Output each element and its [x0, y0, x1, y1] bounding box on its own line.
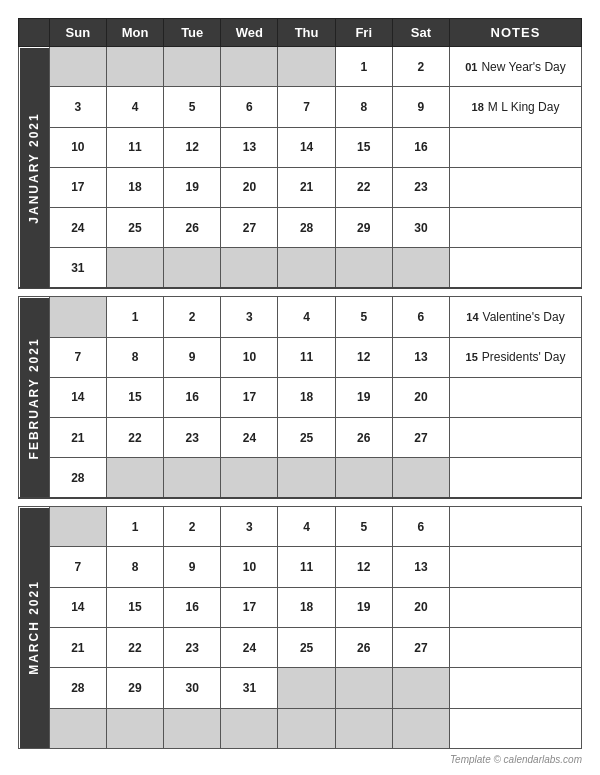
day-cell: 22	[106, 418, 163, 458]
day-cell: 28	[49, 458, 106, 498]
day-cell: 14	[278, 127, 335, 167]
day-cell: 27	[392, 418, 449, 458]
day-cell: 11	[278, 337, 335, 377]
day-cell	[335, 668, 392, 708]
day-cell	[392, 668, 449, 708]
day-cell: 20	[392, 377, 449, 417]
day-cell: 7	[49, 337, 106, 377]
day-cell: 2	[164, 507, 221, 547]
day-cell: 28	[49, 668, 106, 708]
day-cell: 23	[164, 418, 221, 458]
day-cell: 19	[335, 587, 392, 627]
day-cell: 6	[221, 87, 278, 127]
day-cell: 2	[164, 297, 221, 337]
day-cell: 3	[221, 297, 278, 337]
note-text: Valentine's Day	[483, 310, 565, 324]
day-cell: 12	[335, 547, 392, 587]
table-row: 28293031	[19, 668, 582, 708]
note-text: Presidents' Day	[482, 350, 566, 364]
day-cell: 8	[335, 87, 392, 127]
day-cell: 13	[392, 337, 449, 377]
table-row: 17181920212223	[19, 167, 582, 207]
day-cell	[49, 297, 106, 337]
table-row: 14151617181920	[19, 587, 582, 627]
header-thu: Thu	[278, 19, 335, 47]
header-tue: Tue	[164, 19, 221, 47]
day-cell: 21	[49, 418, 106, 458]
day-cell	[164, 458, 221, 498]
day-cell: 26	[335, 418, 392, 458]
day-cell	[392, 458, 449, 498]
table-row	[19, 708, 582, 748]
day-cell: 6	[392, 507, 449, 547]
footer-credit: Template © calendarlabs.com	[18, 749, 582, 765]
day-cell: 16	[164, 377, 221, 417]
day-cell: 12	[335, 337, 392, 377]
month-label-1: FEBRUARY 2021	[19, 297, 50, 498]
day-cell: 12	[164, 127, 221, 167]
table-row: 31	[19, 248, 582, 288]
day-cell	[221, 458, 278, 498]
day-cell: 10	[221, 547, 278, 587]
day-cell: 23	[164, 628, 221, 668]
day-cell	[278, 47, 335, 87]
day-cell	[49, 47, 106, 87]
notes-cell: 15Presidents' Day	[449, 337, 581, 377]
notes-cell	[449, 708, 581, 748]
day-cell	[278, 708, 335, 748]
note-text: New Year's Day	[481, 60, 565, 74]
day-cell: 17	[221, 587, 278, 627]
day-cell	[392, 708, 449, 748]
day-cell: 25	[278, 628, 335, 668]
notes-cell: 14Valentine's Day	[449, 297, 581, 337]
day-cell	[221, 47, 278, 87]
table-row: FEBRUARY 202112345614Valentine's Day	[19, 297, 582, 337]
day-cell: 29	[106, 668, 163, 708]
day-cell: 14	[49, 587, 106, 627]
day-cell: 17	[49, 167, 106, 207]
day-cell	[335, 708, 392, 748]
table-row: 7891011121315Presidents' Day	[19, 337, 582, 377]
notes-cell	[449, 167, 581, 207]
notes-cell	[449, 507, 581, 547]
table-row: JANUARY 20211201New Year's Day	[19, 47, 582, 87]
table-row: 28	[19, 458, 582, 498]
day-cell: 10	[221, 337, 278, 377]
notes-cell: 01New Year's Day	[449, 47, 581, 87]
notes-cell	[449, 628, 581, 668]
day-cell: 27	[221, 208, 278, 248]
day-cell: 1	[106, 507, 163, 547]
day-cell: 8	[106, 547, 163, 587]
day-cell: 16	[392, 127, 449, 167]
header-sat: Sat	[392, 19, 449, 47]
day-cell	[221, 248, 278, 288]
day-cell: 9	[392, 87, 449, 127]
day-cell: 23	[392, 167, 449, 207]
day-cell: 2	[392, 47, 449, 87]
notes-cell	[449, 208, 581, 248]
day-cell: 18	[278, 377, 335, 417]
day-cell: 3	[49, 87, 106, 127]
day-cell: 15	[335, 127, 392, 167]
day-cell: 4	[106, 87, 163, 127]
notes-cell	[449, 458, 581, 498]
day-cell: 21	[49, 628, 106, 668]
day-cell: 10	[49, 127, 106, 167]
day-cell: 28	[278, 208, 335, 248]
day-cell: 16	[164, 587, 221, 627]
day-cell: 25	[106, 208, 163, 248]
day-cell: 11	[278, 547, 335, 587]
notes-cell	[449, 668, 581, 708]
day-cell: 26	[335, 628, 392, 668]
day-cell: 17	[221, 377, 278, 417]
day-cell: 5	[164, 87, 221, 127]
day-cell: 9	[164, 547, 221, 587]
day-cell: 1	[106, 297, 163, 337]
day-cell	[278, 668, 335, 708]
day-cell: 14	[49, 377, 106, 417]
day-cell: 4	[278, 507, 335, 547]
day-cell: 29	[335, 208, 392, 248]
day-cell	[106, 708, 163, 748]
day-cell: 13	[392, 547, 449, 587]
note-number: 15	[466, 351, 478, 363]
